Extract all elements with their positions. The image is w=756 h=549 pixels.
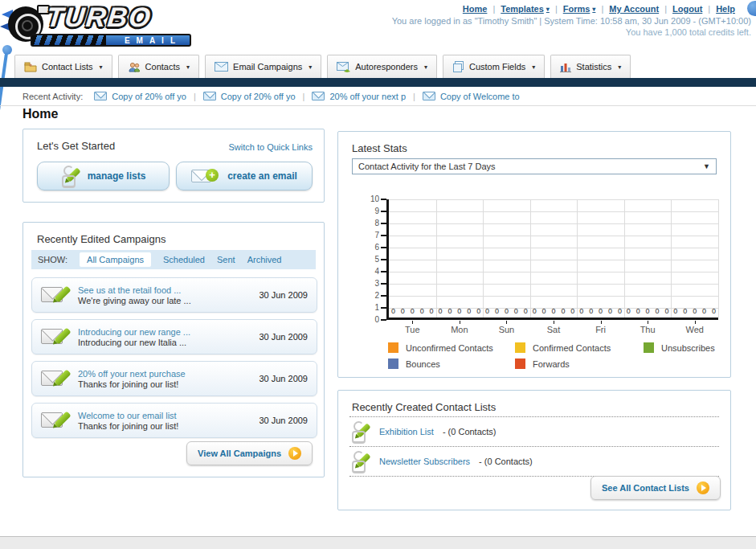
legend-label: Unsubscribes bbox=[661, 343, 715, 353]
data-value-label: 0 bbox=[570, 307, 574, 315]
campaign-tab-all-campaigns[interactable]: All Campaigns bbox=[80, 252, 151, 267]
data-value-label: 0 bbox=[467, 307, 471, 315]
stats-period-select[interactable]: Contact Activity for the Last 7 Days ▼ bbox=[352, 158, 717, 174]
zero-values-row: 00000 bbox=[438, 307, 480, 315]
y-axis-label: 6 bbox=[362, 243, 379, 252]
nav-tab-email-campaigns[interactable]: Email Campaigns▾ bbox=[205, 55, 321, 78]
recent-activity-item-label: 20% off your next p bbox=[329, 92, 406, 101]
y-tick bbox=[381, 223, 386, 224]
contact-list-link[interactable]: Exhibition List bbox=[379, 427, 434, 436]
data-value-label: 0 bbox=[514, 307, 518, 315]
campaign-card[interactable]: See us at the retail food ...We're givin… bbox=[31, 277, 317, 313]
recent-activity-item[interactable]: Copy of Welcome to bbox=[423, 92, 520, 101]
top-link-forms[interactable]: Forms▾ bbox=[563, 4, 596, 14]
nav-tab-statistics[interactable]: Statistics▾ bbox=[550, 55, 631, 78]
campaign-title-link[interactable]: Introducing our new range ... bbox=[78, 327, 190, 337]
campaign-card[interactable]: Introducing our new range ...Introducing… bbox=[31, 319, 317, 354]
envelope-icon bbox=[423, 92, 435, 100]
turbo-email-logo: TURBO EMAIL bbox=[5, 3, 198, 51]
manage-lists-button[interactable]: manage lists bbox=[37, 162, 170, 191]
create-an-email-button[interactable]: + create an email bbox=[176, 162, 313, 191]
nav-tab-label: Email Campaigns bbox=[233, 62, 302, 72]
campaign-card[interactable]: Welcome to our email listThanks for join… bbox=[31, 403, 317, 438]
nav-tab-custom-fields[interactable]: Custom Fields▾ bbox=[443, 55, 545, 78]
contact-list-link[interactable]: Newsletter Subscribers bbox=[379, 457, 470, 466]
view-all-campaigns-button[interactable]: View All Campaigns bbox=[186, 441, 313, 465]
chart-legend: Unconfirmed ContactsConfirmed ContactsUn… bbox=[388, 342, 756, 369]
top-links: Home|Templates▾|Forms▾|My Account|Logout… bbox=[463, 4, 735, 14]
campaign-title-link[interactable]: 20% off your next purchase bbox=[78, 369, 186, 379]
login-info: You are logged in as "Timothy Smith" | S… bbox=[392, 16, 751, 26]
switch-to-quick-links-link[interactable]: Switch to Quick Links bbox=[228, 142, 313, 152]
legend-swatch bbox=[515, 342, 525, 353]
data-value-label: 0 bbox=[447, 307, 452, 315]
get-started-title: Let's Get Started bbox=[37, 140, 115, 152]
y-tick bbox=[381, 247, 386, 248]
campaign-date: 30 Jun 2009 bbox=[259, 290, 308, 300]
campaign-tab-scheduled[interactable]: Scheduled bbox=[163, 255, 205, 264]
nav-tab-autoresponders[interactable]: Autoresponders▾ bbox=[327, 55, 437, 78]
campaign-title-link[interactable]: See us at the retail food ... bbox=[78, 285, 191, 295]
y-axis-label: 1 bbox=[362, 303, 379, 312]
campaign-card-text: Introducing our new range ...Introducing… bbox=[78, 327, 190, 347]
top-link-logout[interactable]: Logout bbox=[672, 4, 702, 14]
y-tick bbox=[381, 283, 386, 285]
legend-item: Forwards bbox=[515, 358, 644, 369]
show-label: SHOW: bbox=[38, 255, 67, 264]
x-tick bbox=[506, 321, 507, 324]
chevron-down-icon: ▾ bbox=[546, 6, 550, 13]
campaign-date: 30 Jun 2009 bbox=[259, 374, 308, 383]
data-value-label: 0 bbox=[411, 307, 415, 315]
campaign-title-link[interactable]: Welcome to our email list bbox=[78, 411, 178, 420]
campaign-card[interactable]: 20% off your next purchaseThanks for joi… bbox=[31, 361, 317, 396]
data-value-label: 0 bbox=[646, 307, 650, 315]
data-value-label: 0 bbox=[551, 307, 555, 315]
turbo-email-dashboard: TURBO EMAIL Home|Templates▾|Forms▾|My Ac… bbox=[0, 0, 756, 549]
recent-activity-item[interactable]: Copy of 20% off yo bbox=[203, 92, 296, 101]
campaign-date: 30 Jun 2009 bbox=[259, 416, 308, 425]
nav-tab-contact-lists[interactable]: Contact Lists▾ bbox=[14, 55, 112, 78]
top-link-home[interactable]: Home bbox=[463, 4, 488, 14]
envelope-plus-icon: + bbox=[191, 168, 220, 184]
data-value-label: 0 bbox=[505, 307, 509, 315]
x-tick bbox=[460, 321, 460, 324]
campaign-tab-archived[interactable]: Archived bbox=[247, 255, 282, 264]
arrow-circle-icon bbox=[288, 447, 301, 460]
contact-activity-chart: 01234567891000000Tue00000Mon00000Sun0000… bbox=[386, 199, 718, 320]
y-tick bbox=[381, 211, 386, 212]
logo-bar: EMAIL bbox=[31, 34, 191, 47]
legend-swatch bbox=[515, 358, 525, 369]
top-link-templates[interactable]: Templates▾ bbox=[501, 4, 550, 14]
v-gridline bbox=[718, 199, 719, 318]
y-axis-label: 8 bbox=[362, 219, 379, 227]
footer-band bbox=[0, 536, 756, 549]
latest-stats-panel: Latest Stats Contact Activity for the La… bbox=[337, 131, 731, 378]
x-tick bbox=[601, 321, 602, 324]
top-link-my-account[interactable]: My Account bbox=[609, 4, 659, 14]
x-tick bbox=[648, 321, 648, 324]
data-value-label: 0 bbox=[693, 307, 697, 315]
data-value-label: 0 bbox=[664, 307, 668, 315]
data-value-label: 0 bbox=[656, 307, 660, 315]
legend-label: Bounces bbox=[406, 359, 440, 369]
campaign-tabs: All CampaignsScheduledSentArchived bbox=[80, 252, 281, 267]
campaign-tab-sent[interactable]: Sent bbox=[217, 255, 235, 264]
legend-item: Unconfirmed Contacts bbox=[388, 342, 515, 353]
x-tick bbox=[554, 321, 554, 324]
top-link-help[interactable]: Help bbox=[716, 4, 735, 14]
data-value-label: 0 bbox=[542, 307, 546, 315]
chevron-down-icon: ▾ bbox=[532, 64, 535, 71]
main-nav: Contact Lists▾Contacts▾Email Campaigns▾A… bbox=[14, 55, 631, 78]
nav-tab-label: Autoresponders bbox=[355, 62, 418, 72]
recent-activity-item[interactable]: Copy of 20% off yo bbox=[94, 92, 186, 101]
x-tick bbox=[412, 321, 413, 324]
see-all-contact-lists-button[interactable]: See All Contact Lists bbox=[590, 476, 721, 500]
help-balloon-icon[interactable] bbox=[747, 1, 756, 16]
data-value-label: 0 bbox=[636, 307, 640, 315]
zero-values-row: 00000 bbox=[673, 307, 716, 315]
recent-activity-item[interactable]: 20% off your next p bbox=[312, 92, 406, 101]
person-pencil-icon bbox=[351, 451, 370, 472]
contact-list-count: - (0 Contacts) bbox=[443, 427, 497, 436]
nav-tab-contacts[interactable]: Contacts▾ bbox=[118, 55, 199, 78]
logo-title: TURBO bbox=[45, 2, 153, 33]
